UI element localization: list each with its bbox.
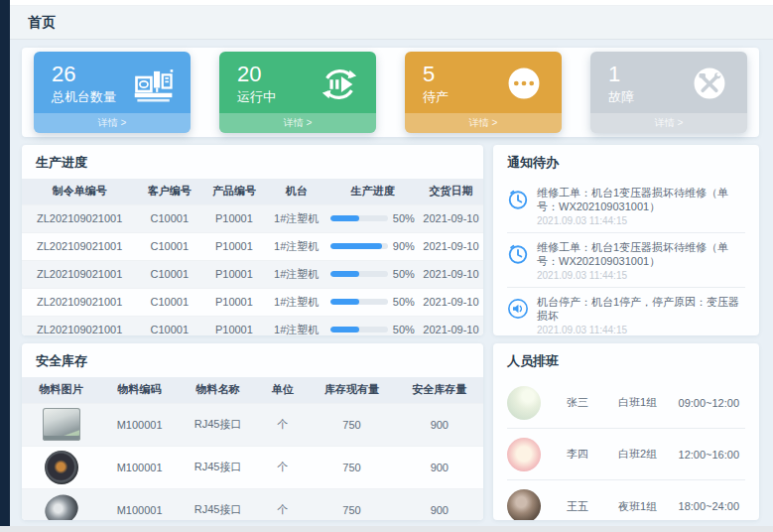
stat-cards-panel: 26 总机台数量 xyxy=(22,48,759,137)
card-detail-link[interactable]: 详情 > xyxy=(219,113,376,133)
notification-time: 2021.09.03 11:44:15 xyxy=(537,325,745,335)
stat-label: 故障 xyxy=(608,88,634,106)
staff-schedule-panel: 人员排班 张三 白班1组 09:00~12:00 李四 白班2组 12: xyxy=(493,343,759,520)
notification-text: 机台停产：机台1停产，停产原因：变压器损坏 xyxy=(537,295,745,323)
panel-title: 人员排班 xyxy=(493,343,759,377)
progress-label: 50% xyxy=(393,212,415,224)
schedule-row: 王五 夜班1组 18:00~24:00 xyxy=(507,480,745,520)
avatar-wangwu xyxy=(507,489,541,520)
avatar-zhangsan xyxy=(507,386,541,420)
progress-bar xyxy=(330,299,388,305)
table-header-row: 制令单编号 客户编号 产品编号 机台 生产进度 交货日期 xyxy=(22,179,483,204)
table-row: ZL202109021001 C10001 P10001 1#注塑机 50% 2… xyxy=(22,316,483,335)
staff-name: 李四 xyxy=(567,447,618,462)
staff-time: 18:00~24:00 xyxy=(679,500,745,512)
safety-stock-panel: 安全库存 物料图片 物料编码 物料名称 单位 库存现有量 安全库存量 xyxy=(22,343,483,520)
schedule-row: 张三 白班1组 09:00~12:00 xyxy=(507,377,745,429)
progress-label: 50% xyxy=(393,296,415,308)
stat-label: 待产 xyxy=(423,88,449,106)
notification-item[interactable]: 维修工单：机台1变压器损坏待维修（单号：WX202109031001） 2021… xyxy=(507,179,745,233)
staff-time: 09:00~12:00 xyxy=(679,397,745,409)
staff-shift: 白班2组 xyxy=(618,447,678,462)
progress-bar xyxy=(330,327,388,332)
staff-name: 张三 xyxy=(567,395,618,410)
cycle-run-icon xyxy=(319,64,360,105)
staff-shift: 夜班1组 xyxy=(618,499,678,514)
stat-value: 26 xyxy=(52,63,116,86)
rj45-connector-image xyxy=(43,408,80,441)
staff-name: 王五 xyxy=(567,499,618,514)
progress-bar xyxy=(330,243,388,249)
production-progress-panel: 生产进度 制令单编号 客户编号 产品编号 机台 生产进度 交货日期 xyxy=(22,145,483,335)
production-table: 制令单编号 客户编号 产品编号 机台 生产进度 交货日期 ZL202109021… xyxy=(22,179,483,335)
notification-item[interactable]: 维修工单：机台1变压器损坏待维修（单号：WX202109031001） 2021… xyxy=(507,233,745,288)
table-row: M100001 RJ45接口 个 750 900 xyxy=(22,446,483,488)
stat-card-total-machines: 26 总机台数量 xyxy=(34,52,191,133)
notification-list: 维修工单：机台1变压器损坏待维修（单号：WX202109031001） 2021… xyxy=(493,179,759,335)
bottom-edge-strip xyxy=(0,526,773,532)
panel-title: 通知待办 xyxy=(493,145,759,179)
card-detail-link[interactable]: 详情 > xyxy=(405,113,562,133)
avatar-lisi xyxy=(507,438,541,471)
table-row: ZL202109021001 C10001 P10001 1#注塑机 50% 2… xyxy=(22,260,483,288)
ellipsis-icon xyxy=(504,64,546,105)
notification-text: 维修工单：机台1变压器损坏待维修（单号：WX202109031001） xyxy=(537,186,745,213)
card-detail-link[interactable]: 详情 > xyxy=(590,113,747,133)
notifications-panel: 通知待办 维修工单：机台1变压器损坏待维修（单号：WX202109031001）… xyxy=(493,145,759,335)
stat-label: 运行中 xyxy=(237,88,276,106)
speaker-side-image xyxy=(40,490,81,520)
tab-bar: 首页 xyxy=(10,6,773,40)
stat-value: 20 xyxy=(237,63,276,86)
card-detail-link[interactable]: 详情 > xyxy=(34,113,191,133)
speaker-front-image xyxy=(45,451,78,484)
table-header-row: 物料图片 物料编码 物料名称 单位 库存现有量 安全库存量 xyxy=(22,377,483,403)
notification-time: 2021.09.03 11:44:15 xyxy=(537,270,745,281)
dashboard-screen: 首页 26 总机台数量 xyxy=(0,0,773,532)
progress-label: 50% xyxy=(393,268,415,280)
stat-card-running: 20 运行中 xyxy=(219,52,376,133)
progress-label: 90% xyxy=(393,240,415,252)
content-area: 26 总机台数量 xyxy=(10,40,773,526)
stat-card-waiting: 5 待产 详情 > xyxy=(405,52,562,133)
progress-label: 50% xyxy=(393,324,415,335)
tools-icon xyxy=(690,64,731,105)
notification-time: 2021.09.03 11:44:15 xyxy=(537,215,745,226)
table-row: ZL202109021001 C10001 P10001 1#注塑机 50% 2… xyxy=(22,288,483,316)
clock-icon xyxy=(507,240,529,281)
panel-title: 生产进度 xyxy=(22,145,483,179)
inventory-table: 物料图片 物料编码 物料名称 单位 库存现有量 安全库存量 M xyxy=(22,377,483,520)
notification-text: 维修工单：机台1变压器损坏待维修（单号：WX202109031001） xyxy=(537,240,745,268)
schedule-row: 李四 白班2组 12:00~16:00 xyxy=(507,429,745,480)
machine-icon xyxy=(133,64,175,105)
staff-shift: 白班1组 xyxy=(618,395,678,410)
progress-bar xyxy=(330,215,388,221)
notification-item[interactable]: 机台停产：机台1停产，停产原因：变压器损坏 2021.09.03 11:44:1… xyxy=(507,288,745,335)
table-row: M100001 RJ45接口 个 750 900 xyxy=(22,403,483,446)
schedule-list: 张三 白班1组 09:00~12:00 李四 白班2组 12:00~16:00 xyxy=(493,377,759,520)
speaker-icon xyxy=(507,295,529,335)
stat-value: 1 xyxy=(608,63,634,86)
progress-bar xyxy=(330,271,388,277)
stat-card-fault: 1 故障 xyxy=(590,52,747,133)
main-area: 首页 26 总机台数量 xyxy=(10,0,773,526)
stat-value: 5 xyxy=(423,63,449,86)
panel-title: 安全库存 xyxy=(22,343,483,377)
table-row: M100001 RJ45接口 个 750 900 xyxy=(22,488,483,520)
staff-time: 12:00~16:00 xyxy=(679,449,745,461)
table-row: ZL202109021001 C10001 P10001 1#注塑机 50% 2… xyxy=(22,204,483,232)
tab-home[interactable]: 首页 xyxy=(28,14,56,32)
table-row: ZL202109021001 C10001 P10001 1#注塑机 90% 2… xyxy=(22,232,483,260)
stat-label: 总机台数量 xyxy=(52,88,116,106)
clock-icon xyxy=(507,186,529,226)
sidebar-edge-strip xyxy=(0,0,10,526)
